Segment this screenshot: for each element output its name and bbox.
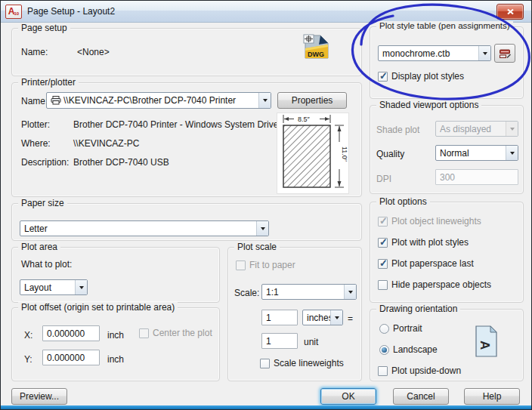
checkbox-box [236,260,246,270]
help-button[interactable]: Help [464,388,520,405]
checkbox-box [378,280,388,290]
properties-button-label: Properties [292,95,333,106]
svg-text:DWG: DWG [308,51,324,58]
paper-size-dropdown[interactable]: Letter [20,220,269,236]
radio-dot [379,324,389,334]
hide-paperspace-objects-label: Hide paperspace objects [391,279,491,290]
offset-x-field[interactable]: 0.000000 [42,325,100,341]
offset-y-field[interactable]: 0.000000 [42,350,100,365]
center-the-plot-label: Center the plot [153,328,212,338]
shade-plot-dropdown: As displayed [435,121,518,137]
chevron-down-icon [79,286,84,289]
paper-size-arrow-box[interactable] [256,221,268,236]
ok-button-label: OK [342,391,354,402]
preview-button[interactable]: Preview... [11,388,67,405]
plot-scale-group-label: Plot scale [234,242,280,252]
checkbox-box [139,328,149,338]
display-plot-styles-checkbox[interactable]: Display plot styles [378,71,464,82]
properties-button[interactable]: Properties [277,92,347,109]
landscape-radio[interactable]: Landscape [379,344,438,355]
plot-area-group: Plot area What to plot: Layout [11,247,220,303]
preview-button-label: Preview... [20,391,59,402]
paper-size-value: Letter [24,223,256,234]
svg-text:11.0″: 11.0″ [341,146,348,162]
printer-dropdown-arrow-box[interactable] [258,93,271,108]
portrait-radio[interactable]: Portrait [379,323,422,334]
where-value: \\KEVINCAZ-PC [73,138,139,149]
units-arrow-box[interactable] [330,310,342,325]
scale-lineweights-label: Scale lineweights [274,358,344,368]
page-setup-name-value: <None> [77,47,110,57]
printer-name-value: \\KEVINCAZ-PC\Brother DCP-7040 Printer [63,95,258,106]
paper-preview-graphic: 8.5″ 11.0″ [277,113,348,193]
plot-scale-group: Plot scale Fit to paper Scale: 1:1 1 inc… [227,247,362,381]
dwg-file-icon: DWG [302,33,331,60]
hide-paperspace-objects-checkbox[interactable]: Hide paperspace objects [378,279,491,290]
ok-button[interactable]: OK [320,388,376,405]
what-to-plot-dropdown[interactable]: Layout [20,279,88,295]
page-setup-group: Page setup Name: <None> DWG [11,28,362,76]
what-to-plot-label: What to plot: [21,259,72,270]
chevron-down-icon [510,152,515,155]
chevron-down-icon [348,291,353,294]
quality-label: Quality [376,149,404,159]
dpi-field: 300 [435,169,518,185]
plot-upside-down-checkbox[interactable]: Plot upside-down [378,365,461,376]
window-title: Page Setup - Layout2 [27,6,115,17]
cancel-button[interactable]: Cancel [393,388,449,405]
edit-plot-style-icon [499,48,512,59]
quality-value: Normal [440,148,506,159]
what-to-plot-arrow-box[interactable] [75,280,87,294]
svg-text:8.5″: 8.5″ [298,116,311,123]
description-value: Brother DCP-7040 USB [73,157,169,168]
scale-arrow-box[interactable] [344,285,356,299]
plotter-value: Brother DCP-7040 Printer - Windows Syste… [73,119,289,130]
window-bottom-frame [1,405,531,409]
plot-style-table-group: Plot style table (pen assignments) monoc… [370,26,524,99]
close-button[interactable] [496,4,524,20]
title-bar[interactable]: A10 Page Setup - Layout2 [1,1,531,23]
radio-dot [379,345,389,355]
scale-lineweights-checkbox[interactable]: Scale lineweights [260,358,344,368]
fit-to-paper-checkbox: Fit to paper [236,260,295,270]
plot-paperspace-last-checkbox[interactable]: Plot paperspace last [378,258,474,269]
plot-style-dropdown[interactable]: monochrome.ctb [378,45,491,61]
center-the-plot-checkbox: Center the plot [139,328,212,338]
edit-plot-style-button[interactable] [494,44,515,63]
checkbox-box [378,366,388,376]
plot-with-plot-styles-checkbox[interactable]: Plot with plot styles [378,237,469,248]
unit-label: unit [304,337,318,347]
plot-style-value: monochrome.ctb [382,48,478,59]
units-dropdown[interactable]: inches [302,310,343,325]
plot-style-arrow-box[interactable] [478,46,490,60]
paper-units-field[interactable]: 1 [261,310,298,325]
drawing-orientation-group: Drawing orientation Portrait Landscape P… [370,309,524,381]
shaded-group-label: Shaded viewport options [376,100,481,110]
page-setup-group-label: Page setup [18,23,70,33]
printer-plotter-group: Printer/plotter Name: \\KEVINCAZ-PC\Brot… [11,82,362,197]
scale-dropdown[interactable]: 1:1 [261,284,357,300]
plot-options-group-label: Plot options [376,196,430,207]
shaded-viewport-group: Shaded viewport options Shade plot As di… [370,105,524,194]
shade-plot-label: Shade plot [376,125,419,135]
plot-offset-group-label: Plot offset (origin set to printable are… [18,302,178,313]
shade-plot-arrow-box [506,122,518,136]
name-label: Name: [21,47,48,57]
printer-name-dropdown[interactable]: \\KEVINCAZ-PC\Brother DCP-7040 Printer [46,92,271,109]
what-to-plot-value: Layout [24,282,75,293]
landscape-orientation-icon: A [475,325,499,358]
quality-dropdown[interactable]: Normal [435,145,518,161]
chevron-down-icon [510,128,515,131]
checkbox-box [378,259,388,269]
plot-object-lineweights-checkbox: Plot object lineweights [378,216,481,227]
drawing-units-field[interactable]: 1 [261,333,298,349]
display-plot-styles-label: Display plot styles [391,71,464,82]
checkbox-box [378,238,388,248]
quality-arrow-box[interactable] [506,146,518,160]
printer-name-label: Name: [21,96,48,106]
paper-preview: 8.5″ 11.0″ [277,113,349,194]
plot-area-group-label: Plot area [18,242,60,252]
printer-icon [51,96,61,105]
close-icon [506,8,515,15]
orientation-group-label: Drawing orientation [376,304,460,314]
